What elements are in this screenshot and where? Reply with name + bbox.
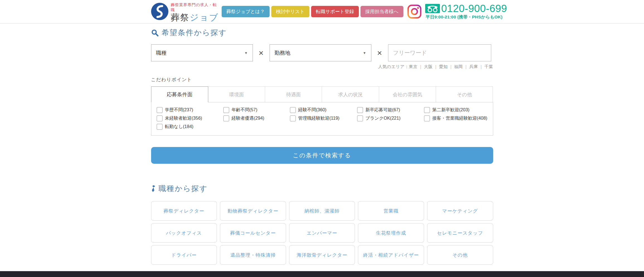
brand-name-dark: 葬祭 — [171, 13, 190, 22]
instagram-icon[interactable] — [407, 4, 422, 19]
job-category-button[interactable]: その他 — [427, 245, 493, 265]
search-section-title-text: 希望条件から探す — [162, 28, 227, 38]
area-separator: ｜ — [434, 64, 438, 69]
brand-logo[interactable]: 葬祭業界専門の求人・転職 葬祭ジョブ — [151, 0, 219, 23]
checkbox-item[interactable]: 経験者優遇(294) — [223, 115, 290, 121]
brand-tagline: 葬祭業界専門の求人・転職 — [171, 2, 219, 12]
phone-hours: 平日9:00-21:00 (携帯・PHSからもOK) — [425, 14, 507, 20]
checkbox[interactable] — [223, 107, 229, 113]
search-icon — [151, 29, 159, 37]
job-type-select-value: 職種 — [156, 49, 167, 57]
job-category-button[interactable]: セレモニースタッフ — [427, 223, 493, 243]
checkbox-item[interactable]: 年齢不問(57) — [223, 107, 290, 113]
tab-environment[interactable]: 環境面 — [208, 86, 265, 102]
checkbox[interactable] — [157, 115, 163, 121]
nav-support-register-button[interactable]: 転職サポート登録 — [311, 6, 359, 17]
search-submit-button[interactable]: この条件で検索する — [151, 147, 493, 164]
jobtype-section-title-text: 職種から探す — [159, 184, 208, 194]
brand-logo-icon — [151, 3, 168, 20]
checkbox-item[interactable]: 第二新卒歓迎(203) — [424, 107, 487, 113]
location-select[interactable]: 勤務地 ▼ — [270, 44, 371, 61]
jobtype-section-title: 職種から探す — [151, 184, 493, 194]
popular-areas: 人気のエリア：東京｜大阪｜愛知｜福岡｜兵庫｜千葉 — [151, 64, 493, 69]
job-category-button[interactable]: 葬儀コールセンター — [220, 223, 286, 243]
cross-separator: × — [371, 48, 388, 58]
job-category-button[interactable]: エンバーマー — [289, 223, 355, 243]
checkbox-panel: 学歴不問(237) 年齢不問(57) 経験不問(360) 新卒応募可能(67) … — [151, 102, 493, 136]
area-link-hyogo[interactable]: 兵庫 — [469, 64, 478, 69]
checkbox-item[interactable]: 接客・営業職経験歓迎(408) — [424, 115, 487, 121]
checkbox-label: 転勤なし(184) — [165, 124, 193, 130]
chevron-down-icon: ▼ — [363, 51, 366, 55]
area-link-aichi[interactable]: 愛知 — [439, 64, 448, 69]
popular-areas-label: 人気のエリア： — [378, 64, 409, 69]
checkbox[interactable] — [290, 115, 296, 121]
checkbox-label: 新卒応募可能(67) — [365, 107, 400, 113]
job-category-button[interactable]: 終活・相続アドバイザー — [358, 245, 424, 265]
checkbox-label: 経験者優遇(294) — [232, 115, 264, 121]
brand-text: 葬祭業界専門の求人・転職 葬祭ジョブ — [171, 2, 219, 23]
checkbox-item[interactable]: ブランクOK(221) — [357, 115, 424, 121]
job-category-button[interactable]: 生花祭壇作成 — [358, 223, 424, 243]
checkbox-label: 学歴不問(237) — [165, 107, 193, 113]
brand-name-blue: ジョブ — [190, 13, 219, 22]
tab-others[interactable]: その他 — [436, 86, 493, 102]
footer-strip — [0, 271, 644, 277]
checkbox-item[interactable]: 経験不問(360) — [290, 107, 357, 113]
job-category-button[interactable]: マーケティング — [427, 201, 493, 221]
area-link-osaka[interactable]: 大阪 — [424, 64, 433, 69]
job-category-button[interactable]: 海洋散骨ディレクター — [289, 245, 355, 265]
main-content: 希望条件から探す 職種 ▼ × 勤務地 ▼ × 人気のエリア：東京｜大阪｜愛知｜… — [151, 28, 493, 265]
tab-job-status[interactable]: 求人の状況 — [322, 86, 379, 102]
checkbox[interactable] — [157, 107, 163, 113]
checkbox[interactable] — [424, 107, 430, 113]
checkbox-label: 経験不問(360) — [298, 107, 326, 113]
checkbox[interactable] — [157, 124, 163, 130]
checkbox[interactable] — [357, 115, 363, 121]
area-separator: ｜ — [479, 64, 483, 69]
job-category-button[interactable]: 遺品整理・特殊清掃 — [220, 245, 286, 265]
freeword-input[interactable] — [388, 44, 491, 61]
job-category-grid: 葬祭ディレクター 動物葬祭ディレクター 納棺師、湯灌師 営業職 マーケティング … — [151, 201, 493, 265]
header-nav: 葬祭ジョブとは？ 検討中リスト 転職サポート登録 採用担当者様へ — [222, 6, 403, 17]
area-link-chiba[interactable]: 千葉 — [485, 64, 493, 69]
nav-considering-list-button[interactable]: 検討中リスト — [271, 6, 309, 17]
tab-company-atmosphere[interactable]: 会社の雰囲気 — [379, 86, 436, 102]
checkbox-label: 未経験者歓迎(356) — [165, 115, 202, 121]
kodawari-label: こだわりポイント — [151, 76, 493, 83]
job-category-button[interactable]: 葬祭ディレクター — [151, 201, 217, 221]
area-link-fukuoka[interactable]: 福岡 — [454, 64, 463, 69]
job-category-button[interactable]: 営業職 — [358, 201, 424, 221]
job-category-button[interactable]: 納棺師、湯灌師 — [289, 201, 355, 221]
cross-separator: × — [253, 48, 270, 58]
tab-treatment[interactable]: 待遇面 — [265, 86, 322, 102]
freedial-phone-icon — [425, 4, 440, 13]
checkbox-item[interactable]: 新卒応募可能(67) — [357, 107, 424, 113]
checkbox-item[interactable]: 転勤なし(184) — [157, 124, 223, 130]
tie-icon — [151, 184, 156, 193]
job-category-button[interactable]: 動物葬祭ディレクター — [220, 201, 286, 221]
area-link-tokyo[interactable]: 東京 — [409, 64, 417, 69]
area-separator: ｜ — [418, 64, 423, 69]
job-category-button[interactable]: バックオフィス — [151, 223, 217, 243]
checkbox-item[interactable]: 学歴不問(237) — [157, 107, 223, 113]
page: 葬祭業界専門の求人・転職 葬祭ジョブ 葬祭ジョブとは？ 検討中リスト 転職サポー… — [0, 0, 644, 277]
nav-about-button[interactable]: 葬祭ジョブとは？ — [222, 6, 270, 17]
phone-number: 0120-900-699 — [441, 3, 507, 14]
job-category-button[interactable]: ドライバー — [151, 245, 217, 265]
checkbox[interactable] — [357, 107, 363, 113]
checkbox-label: 第二新卒歓迎(203) — [432, 107, 469, 113]
job-type-select[interactable]: 職種 ▼ — [151, 44, 253, 61]
checkbox[interactable] — [290, 107, 296, 113]
checkbox-item[interactable]: 管理職経験歓迎(119) — [290, 115, 357, 121]
chevron-down-icon: ▼ — [244, 51, 248, 55]
checkbox[interactable] — [424, 115, 430, 121]
tab-application-conditions[interactable]: 応募条件面 — [151, 86, 208, 102]
brand-name: 葬祭ジョブ — [171, 12, 219, 23]
checkbox-item[interactable]: 未経験者歓迎(356) — [157, 115, 223, 121]
area-separator: ｜ — [449, 64, 453, 69]
checkbox[interactable] — [223, 115, 229, 121]
checkbox-label: 接客・営業職経験歓迎(408) — [432, 115, 487, 121]
nav-recruiter-button[interactable]: 採用担当者様へ — [360, 6, 403, 17]
checkbox-label: ブランクOK(221) — [365, 115, 401, 121]
